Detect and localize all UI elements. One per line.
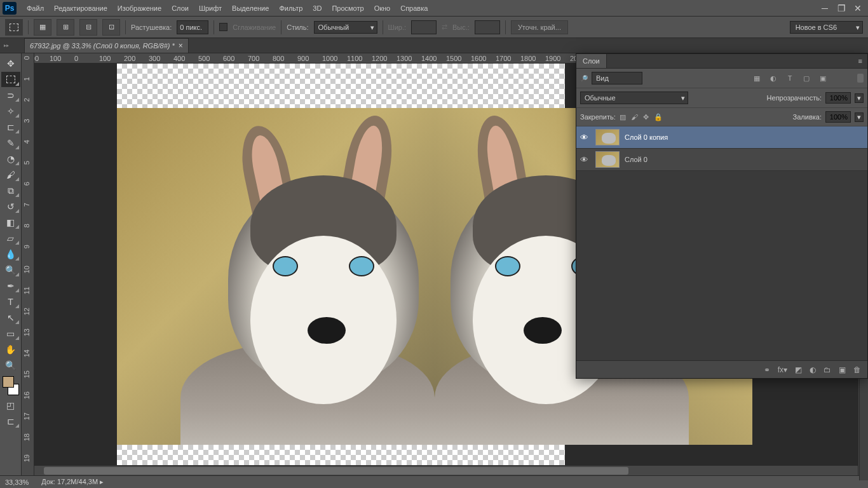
antialias-checkbox [219,23,227,31]
foreground-color-swatch[interactable] [3,376,14,388]
path-selection-tool[interactable]: ↖ [1,310,20,325]
filter-adjustment-icon[interactable]: ◐ [768,74,778,83]
history-brush-tool[interactable]: ↺ [1,199,20,214]
layer-visibility-icon[interactable]: 👁 [580,155,590,165]
move-tool[interactable]: ✥ [1,56,20,71]
lock-all-icon[interactable]: 🔒 [654,113,663,121]
crop-tool[interactable]: ⊏ [1,119,20,135]
quick-mask-toggle[interactable]: ◰ [1,398,20,413]
layer-effects-icon[interactable]: fx▾ [778,365,787,374]
zoom-tool[interactable]: 🔍 [1,358,20,373]
workspace-switcher[interactable]: Новое в CS6 [790,21,863,34]
layer-filter-toggle[interactable] [857,74,864,83]
width-input [411,20,437,34]
menu-select[interactable]: Выделение [227,2,274,15]
height-input [475,20,500,34]
antialias-label: Сглаживание [233,24,276,31]
swap-dimensions-icon: ⇄ [442,23,447,31]
panel-menu-icon[interactable]: ≡ [853,54,867,68]
type-tool[interactable]: T [1,294,20,309]
opacity-slider-toggle[interactable]: ▾ [855,93,864,103]
layers-panel-footer: ⚭ fx▾ ◩ ◐ 🗀 ▣ 🗑 [576,360,867,378]
tools-panel: ✥ ⊃ ✧ ⊏ ✎ ◔ 🖌 ⧉ ↺ ◧ ▱ 💧 🔍 ✒ T ↖ ▭ ✋ 🔍 ◰ … [0,53,22,475]
layer-row[interactable]: 👁Слой 0 [576,149,867,171]
menu-bar: Ps Файл Редактирование Изображение Слои … [0,0,868,17]
lock-transparency-icon[interactable]: ▨ [620,113,626,121]
brush-tool[interactable]: 🖌 [1,167,20,182]
menu-view[interactable]: Просмотр [327,2,369,15]
layer-mask-icon[interactable]: ◩ [795,365,802,374]
adjustment-layer-icon[interactable]: ◐ [810,365,816,374]
filter-type-icon[interactable]: T [785,74,795,83]
new-selection-icon[interactable]: ▦ [34,19,51,36]
eraser-tool[interactable]: ◧ [1,215,20,230]
horizontal-scrollbar[interactable] [34,465,858,475]
layer-row[interactable]: 👁Слой 0 копия [576,126,867,149]
document-tab-bar: 67932.jpg @ 33,3% (Слой 0 копия, RGB/8#)… [0,38,868,53]
filter-pixel-icon[interactable]: ▦ [752,74,762,83]
lock-pixels-icon[interactable]: 🖌 [631,113,638,121]
zoom-level[interactable]: 33,33% [5,478,29,486]
menu-layers[interactable]: Слои [166,2,194,15]
layers-panel: Слои ≡ 🔎 Вид ▦ ◐ T ▢ ▣ Обычные Непрозрач… [576,53,868,379]
document-tab-title: 67932.jpg @ 33,3% (Слой 0 копия, RGB/8#)… [30,42,175,50]
lasso-tool[interactable]: ⊃ [1,88,20,103]
vertical-ruler: 012345678910111213141516171819 [22,53,34,475]
color-swatches[interactable] [1,376,20,395]
layers-tab[interactable]: Слои [576,54,607,68]
filter-smart-icon[interactable]: ▣ [818,74,828,83]
window-close-button[interactable]: ✕ [850,3,865,14]
magic-wand-tool[interactable]: ✧ [1,104,20,119]
lock-position-icon[interactable]: ✥ [643,113,649,121]
delete-layer-icon[interactable]: 🗑 [853,365,861,374]
close-tab-icon[interactable]: × [179,41,183,50]
layer-name[interactable]: Слой 0 копия [625,133,668,141]
screen-mode-toggle[interactable]: ⊏ [1,414,20,429]
layer-group-icon[interactable]: 🗀 [824,365,831,374]
layer-name[interactable]: Слой 0 [625,156,648,163]
fill-input[interactable] [825,111,851,123]
hand-tool[interactable]: ✋ [1,342,20,357]
gradient-tool[interactable]: ▱ [1,231,20,246]
window-maximize-button[interactable]: ❐ [834,3,849,14]
pen-tool[interactable]: ✒ [1,278,20,294]
healing-brush-tool[interactable]: ◔ [1,151,20,166]
window-minimize-button[interactable]: ─ [817,3,832,14]
blur-tool[interactable]: 💧 [1,247,20,262]
blend-mode-dropdown[interactable]: Обычные [580,92,688,104]
menu-window[interactable]: Окно [369,2,396,15]
doc-size-value: 17,2M/44,3M [57,478,98,485]
tool-preset-icon[interactable] [5,19,23,36]
menu-help[interactable]: Справка [395,2,433,15]
layer-thumbnail[interactable] [595,151,620,168]
eyedropper-tool[interactable]: ✎ [1,135,20,151]
subtract-selection-icon[interactable]: ⊟ [79,19,97,36]
style-dropdown[interactable]: Обычный [314,21,377,34]
new-layer-icon[interactable]: ▣ [839,365,846,374]
menu-filter[interactable]: Фильтр [274,2,308,15]
menu-file[interactable]: Файл [22,2,49,15]
layer-thumbnail[interactable] [595,129,620,146]
refine-edge-button[interactable]: Уточн. край... [511,20,568,34]
menu-type[interactable]: Шрифт [194,2,227,15]
filter-shape-icon[interactable]: ▢ [801,74,811,83]
menu-3d[interactable]: 3D [308,2,327,15]
menu-image[interactable]: Изображение [112,2,166,15]
feather-input[interactable] [177,20,208,34]
layer-visibility-icon[interactable]: 👁 [580,133,590,142]
clone-stamp-tool[interactable]: ⧉ [1,183,20,198]
shape-tool[interactable]: ▭ [1,326,20,341]
fill-label: Заливка: [793,113,822,121]
lock-label: Закрепить: [580,113,616,121]
fill-slider-toggle[interactable]: ▾ [855,112,864,122]
dodge-tool[interactable]: 🔍 [1,262,20,278]
opacity-input[interactable] [825,92,851,104]
width-label: Шир.: [388,24,406,31]
add-selection-icon[interactable]: ⊞ [57,19,74,36]
intersect-selection-icon[interactable]: ⊡ [102,19,120,36]
layer-filter-dropdown[interactable]: Вид [592,72,642,85]
document-tab[interactable]: 67932.jpg @ 33,3% (Слой 0 копия, RGB/8#)… [24,38,189,53]
marquee-tool[interactable] [1,72,20,87]
menu-edit[interactable]: Редактирование [49,2,112,15]
link-layers-icon[interactable]: ⚭ [764,365,770,374]
